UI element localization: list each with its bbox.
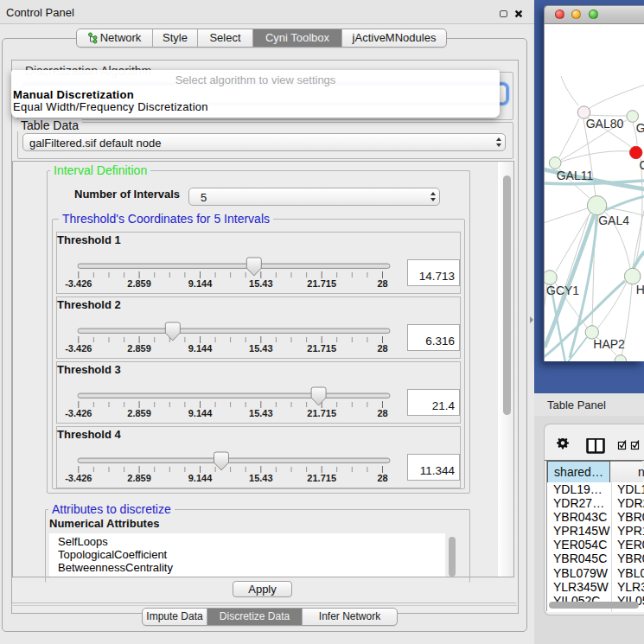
svg-text:HAP2: HAP2 <box>593 337 625 351</box>
svg-text:H: H <box>636 283 644 296</box>
svg-text:GAL4: GAL4 <box>598 214 629 227</box>
svg-text:GCY1: GCY1 <box>546 284 579 297</box>
svg-text:GAL80: GAL80 <box>586 117 624 131</box>
svg-text:GAL11: GAL11 <box>557 169 594 182</box>
svg-text:GAL2: GAL2 <box>636 121 644 135</box>
svg-text:CDC: CDC <box>639 158 644 172</box>
